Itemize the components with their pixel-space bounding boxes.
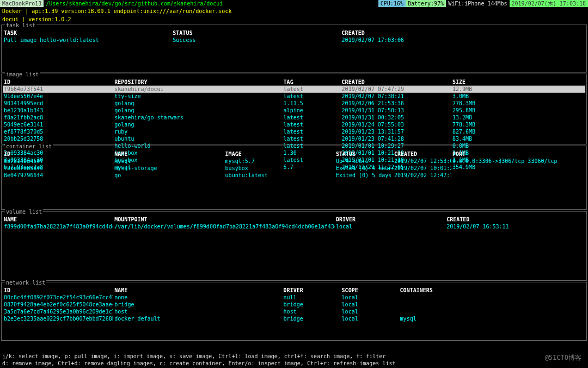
- help-line-2: d: remove image, Ctrl+d: remove dagling …: [2, 360, 586, 367]
- panel-title: container list: [5, 143, 53, 150]
- help-bar: j/k: select image, p: pull image, i: imp…: [0, 352, 588, 368]
- task-row[interactable]: Pull image hello-world:latest Success 20…: [3, 37, 585, 44]
- help-line-1: j/k: select image, p: pull image, i: imp…: [2, 353, 586, 360]
- status-bar: MacBookPro13 /Users/skanehira/dev/go/src…: [0, 0, 588, 7]
- network-list-panel[interactable]: network list ID NAME DRIVER SCOPE CONTAI…: [1, 282, 587, 341]
- image-row[interactable]: 91dee5507e4etty-sizelatest2019/02/07 07:…: [3, 93, 585, 100]
- datetime-badge: 2019/02/07(木) 17:03:18: [510, 0, 588, 7]
- container-row[interactable]: f2bd0f0858fcmysql-storagebusyboxExited (…: [3, 165, 585, 172]
- network-row[interactable]: 3a5d7a6e7cd7a46295e3a0b96c209de1c76e7f81…: [3, 308, 585, 315]
- image-row[interactable]: 901414995ecdgolang1.11.52019/02/06 21:53…: [3, 100, 585, 107]
- image-row[interactable]: 20bb25d32758ubuntulatest2019/01/23 07:41…: [3, 135, 585, 142]
- task-header: TASK STATUS CREATED: [3, 29, 585, 37]
- panel-title: volume list: [5, 208, 43, 215]
- image-row[interactable]: 5049ec6e3141golanglatest2019/01/24 07:55…: [3, 121, 585, 128]
- network-header: ID NAME DRIVER SCOPE CONTAINERS: [3, 287, 585, 294]
- cpu-badge: CPU:16%: [378, 0, 406, 7]
- network-row[interactable]: 0870f9428ae4eb2ef0c625f5048ce3aae4804a73…: [3, 301, 585, 308]
- panel-title: task list: [5, 22, 36, 29]
- image-header: ID REPOSITORY TAG CREATED SIZE: [3, 79, 585, 86]
- docui-info: docui | version:1.0.2: [0, 15, 588, 23]
- container-list-panel[interactable]: container list ID NAME IMAGE STATUS CREA…: [1, 146, 587, 210]
- panel-title: network list: [5, 279, 46, 286]
- container-row[interactable]: 657814ba450fmysqlmysql:5.7Up 4 hours2019…: [3, 158, 585, 165]
- volume-row[interactable]: f899d00fad7ba28221a7f483a0f94cd4dcb06e1a…: [3, 223, 585, 230]
- hostname: MacBookPro13: [0, 0, 44, 7]
- task-list-panel[interactable]: task list TASK STATUS CREATED Pull image…: [1, 25, 587, 73]
- watermark: @51CTO博客: [545, 354, 581, 363]
- volume-list-panel[interactable]: volume list NAME MOUNTPOINT DRIVER CREAT…: [1, 211, 587, 281]
- wifi-badge: WiFi:iPhone 144Mbs: [446, 0, 509, 7]
- cwd-path: /Users/skanehira/dev/go/src/github.com/s…: [44, 0, 378, 7]
- image-row[interactable]: ef8778f370d5rubylatest2019/01/23 13:31:5…: [3, 128, 585, 135]
- volume-header: NAME MOUNTPOINT DRIVER CREATED: [3, 216, 585, 223]
- battery-badge: Battery:97%: [406, 0, 446, 7]
- image-row[interactable]: be1230a1b343golangalpine2019/01/31 07:50…: [3, 107, 585, 114]
- container-row[interactable]: 8e04797966f4goubuntu:latestExited (0) 5 …: [3, 172, 585, 179]
- image-row[interactable]: f9b64e73f541skanehira/docuilatest2019/02…: [3, 86, 585, 93]
- image-row[interactable]: f8a21fbb2ac8skanehira/go-starwarslatest2…: [3, 114, 585, 121]
- network-row[interactable]: 00c8c4ff0892f073ce2f54c93c66e7cc47f8a76d…: [3, 294, 585, 301]
- docker-info: Docker | api:1.39 version:18.09.1 endpoi…: [0, 7, 588, 15]
- panel-title: image list: [5, 71, 40, 78]
- container-header: ID NAME IMAGE STATUS CREATED PORT: [3, 150, 585, 158]
- image-list-panel[interactable]: image list ID REPOSITORY TAG CREATED SIZ…: [1, 74, 587, 144]
- network-row[interactable]: b2e3ec3235aae0229cf7bb007ebbd7268b47af77…: [3, 315, 585, 322]
